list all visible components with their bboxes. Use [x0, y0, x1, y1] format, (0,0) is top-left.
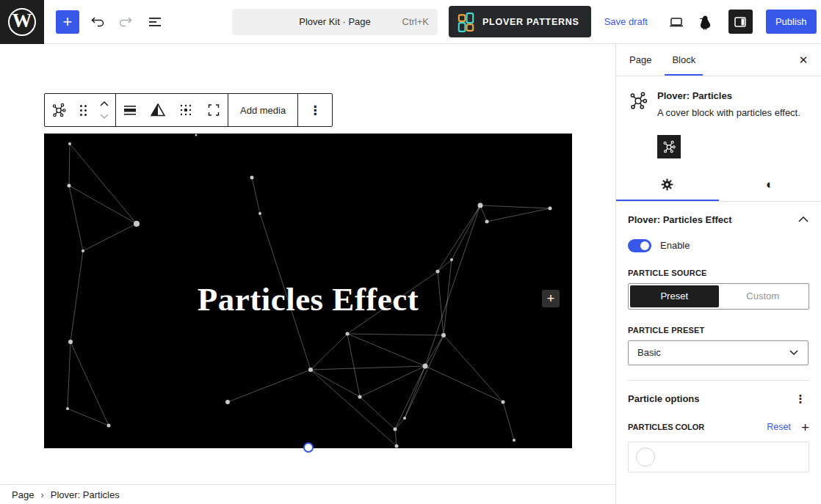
block-toolbar-group-main: [45, 94, 115, 126]
full-height-button[interactable]: [200, 94, 228, 126]
add-color-button[interactable]: +: [801, 420, 809, 434]
content-position-button[interactable]: [172, 94, 200, 126]
particle-options-row: Particle options ⋮: [616, 381, 821, 406]
block-toolbar-group-options: ⋮: [297, 94, 332, 126]
duotone-triangle-icon: [150, 103, 166, 117]
move-down-button[interactable]: [98, 110, 110, 123]
block-card-title: Plover: Particles: [657, 90, 800, 101]
block-card: Plover: Particles A cover block with par…: [616, 76, 821, 125]
drag-dots-icon: [80, 105, 87, 116]
add-media-button[interactable]: Add media: [228, 94, 297, 126]
breadcrumb: Page › Plover: Particles: [0, 484, 615, 504]
particles-card-icon: [628, 90, 648, 111]
tab-page[interactable]: Page: [622, 44, 659, 76]
editor-canvas-area: Add media ⋮ Particles Effect + Page › Pl…: [0, 44, 615, 504]
block-type-button[interactable]: [45, 94, 73, 126]
particles-block-icon: [51, 102, 67, 118]
particle-preset-select[interactable]: Basic: [628, 340, 809, 365]
gear-icon: [660, 178, 674, 191]
cover-block[interactable]: Particles Effect +: [44, 134, 572, 448]
chevron-down-icon: [789, 349, 799, 356]
settings-styles-tabs: ◐: [616, 169, 821, 202]
block-card-description: A cover block with particles effect.: [657, 106, 800, 120]
color-swatch[interactable]: [636, 448, 655, 467]
particle-preset-value: Basic: [637, 347, 661, 358]
cover-heading[interactable]: Particles Effect: [44, 134, 572, 448]
settings-sidebar-toggle[interactable]: [728, 10, 753, 34]
duotone-filter-button[interactable]: [144, 94, 172, 126]
desktop-icon: [668, 13, 685, 31]
tab-styles[interactable]: ◐: [719, 169, 821, 201]
undo-button[interactable]: [85, 10, 110, 34]
enable-label: Enable: [660, 240, 690, 251]
block-options-menu[interactable]: ⋮: [298, 94, 332, 126]
panel-title: Plover: Particles Effect: [628, 214, 732, 225]
kebab-icon: ⋮: [305, 104, 325, 117]
position-grid-icon: [178, 103, 193, 117]
particle-preset-label: PARTICLE PRESET: [616, 310, 821, 340]
redo-button[interactable]: [113, 10, 138, 34]
particle-source-control: Preset Custom: [628, 283, 809, 310]
breadcrumb-page[interactable]: Page: [12, 489, 34, 500]
plover-bird-icon: [698, 14, 713, 30]
chevron-down-icon: [98, 112, 110, 121]
block-toolbar-group-media: Add media: [228, 94, 297, 126]
undo-icon: [90, 14, 106, 30]
particle-options-title: Particle options: [628, 393, 700, 404]
cover-block-inserter-button[interactable]: +: [542, 290, 560, 307]
block-toolbar: Add media ⋮: [44, 93, 333, 127]
full-height-brackets-icon: [206, 103, 221, 117]
enable-toggle[interactable]: [628, 239, 651, 252]
editor-topbar: W + Plover Kit · Page Ctrl+K PLOVER PAT: [0, 0, 821, 44]
tab-block[interactable]: Block: [665, 44, 703, 76]
sidebar-panel-icon: [733, 15, 748, 29]
plover-patterns-button[interactable]: PLOVER PATTERNS: [449, 6, 591, 37]
block-toolbar-group-cover: [115, 94, 228, 126]
particle-source-label: PARTICLE SOURCE: [616, 252, 821, 283]
particles-color-label: PARTICLES COLOR: [628, 423, 767, 431]
align-button[interactable]: [116, 94, 144, 126]
drag-handle[interactable]: [73, 94, 93, 126]
particles-color-picker: [628, 442, 809, 472]
source-option-preset[interactable]: Preset: [630, 285, 719, 307]
chevron-up-icon: [798, 216, 809, 223]
close-sidebar-button[interactable]: ✕: [792, 48, 815, 72]
enable-toggle-row: Enable: [616, 238, 821, 252]
particles-effect-panel-header[interactable]: Plover: Particles Effect: [616, 202, 821, 238]
wordpress-icon: W: [8, 8, 36, 36]
reset-color-button[interactable]: Reset: [767, 422, 791, 432]
wordpress-menu-button[interactable]: W: [0, 0, 44, 44]
plover-patterns-icon: [456, 12, 476, 32]
source-option-custom[interactable]: Custom: [719, 285, 808, 307]
cover-resize-handle[interactable]: [303, 442, 314, 453]
particle-options-menu[interactable]: ⋮: [792, 392, 809, 406]
settings-sidebar: Page Block ✕ Plover: Particles A cover b…: [615, 44, 821, 504]
block-mover: [93, 94, 115, 126]
command-center-title: Plover Kit · Page: [299, 16, 371, 27]
topbar-actions: Publish ⋮: [664, 10, 821, 34]
save-draft-button[interactable]: Save draft: [604, 16, 648, 27]
publish-button[interactable]: Publish: [766, 10, 817, 34]
block-inserter-button[interactable]: +: [56, 10, 79, 34]
list-view-button[interactable]: [142, 10, 167, 34]
list-view-icon: [147, 14, 163, 30]
plover-bird-button[interactable]: [693, 10, 718, 34]
command-center[interactable]: Plover Kit · Page Ctrl+K: [232, 9, 438, 35]
breadcrumb-current: Plover: Particles: [51, 489, 120, 500]
breadcrumb-separator-icon: ›: [40, 489, 43, 500]
particles-color-row: PARTICLES COLOR Reset +: [616, 406, 821, 442]
command-center-shortcut: Ctrl+K: [402, 16, 429, 27]
move-up-button[interactable]: [98, 97, 110, 110]
chevron-up-icon: [98, 99, 110, 108]
plover-patterns-label: PLOVER PATTERNS: [482, 17, 579, 27]
close-icon: ✕: [799, 54, 809, 67]
align-icon: [123, 103, 137, 117]
sidebar-tabs: Page Block ✕: [616, 44, 821, 76]
block-icon-preview: [657, 135, 681, 158]
styles-half-circle-icon: ◐: [766, 178, 773, 191]
view-button[interactable]: [664, 10, 689, 34]
tab-settings[interactable]: [616, 169, 719, 201]
particles-preview-icon: [662, 139, 676, 154]
redo-icon: [117, 14, 134, 30]
